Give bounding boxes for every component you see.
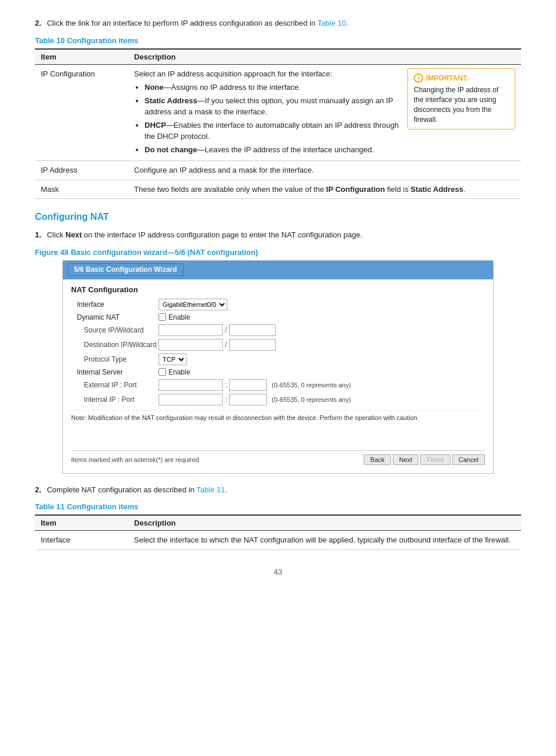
- form-row-source-ip: Source IP/Wildcard /: [71, 324, 485, 336]
- form-row-interface: Interface GigabitEthernet0/0: [71, 299, 485, 310]
- step1-nat-intro: 1. Click Next on the interface IP addres…: [35, 229, 521, 241]
- interface-select[interactable]: GigabitEthernet0/0: [159, 299, 227, 310]
- item-interface: Interface: [35, 531, 128, 550]
- source-ip-control: /: [159, 324, 276, 336]
- ext-hint: (0-65535, 0 represents any): [272, 382, 351, 388]
- dest-slash: /: [225, 341, 227, 349]
- wizard-container: 5/6 Basic Configuration Wizard NAT Confi…: [62, 260, 494, 474]
- protocol-label: Protocol Type: [71, 355, 159, 363]
- list-item: Do not change—Leaves the IP address of t…: [145, 144, 515, 156]
- col-desc-header: Description: [128, 515, 521, 531]
- table11-title: Table 11 Configuration items: [35, 502, 521, 511]
- col-item-header: Item: [35, 49, 128, 65]
- protocol-select[interactable]: TCP: [159, 354, 186, 365]
- form-row-dest-ip: Destination IP/Wildcard /: [71, 339, 485, 351]
- step2-nat-number: 2.: [35, 485, 41, 494]
- step2-number: 2.: [35, 19, 41, 27]
- wizard-tab: 5/6 Basic Configuration Wizard: [68, 263, 184, 276]
- wizard-footer-note: Items marked with an asterisk(*) are req…: [71, 456, 199, 463]
- important-icon: !: [414, 74, 423, 83]
- dest-wildcard-input[interactable]: [229, 339, 276, 351]
- source-wildcard-input[interactable]: [229, 324, 276, 336]
- col-desc-header: Description: [128, 49, 521, 65]
- ext-ip-port-control: : (0-65535, 0 represents any): [159, 379, 351, 391]
- int-ip-input[interactable]: [159, 394, 223, 405]
- dynamic-nat-control: Enable: [159, 313, 190, 321]
- form-row-int-port: Internal IP : Port : (0-65535, 0 represe…: [71, 394, 485, 405]
- figure48-title: Figure 48 Basic configuration wizard—5/6…: [35, 248, 521, 257]
- important-box: ! IMPORTANT: Changing the IP address of …: [407, 68, 515, 130]
- configuring-nat-heading: Configuring NAT: [35, 212, 521, 222]
- wizard-section-title: NAT Configuration: [71, 285, 485, 294]
- step1-nat-number: 1.: [35, 230, 41, 239]
- item-ip-address: IP Address: [35, 161, 128, 180]
- col-item-header: Item: [35, 515, 128, 531]
- internal-server-label: Internal Server: [71, 368, 159, 376]
- ext-ip-port-label: External IP : Port: [71, 381, 159, 389]
- dest-ip-control: /: [159, 339, 276, 351]
- ext-port-input[interactable]: [229, 379, 267, 391]
- table11-link[interactable]: Table 11: [196, 485, 225, 494]
- wizard-footer: Items marked with an asterisk(*) are req…: [71, 450, 485, 465]
- important-text: Changing the IP address of the interface…: [414, 86, 498, 123]
- desc-interface: Select the interface to which the NAT co…: [128, 531, 521, 550]
- finish-button[interactable]: Finish: [420, 454, 450, 465]
- table-row: Interface Select the interface to which …: [35, 531, 521, 550]
- dynamic-nat-checkbox-label[interactable]: Enable: [159, 313, 190, 321]
- step2-nat-text: Complete NAT configuration as described …: [47, 485, 196, 494]
- internal-server-checkbox[interactable]: [159, 368, 166, 376]
- desc-ip-address: Configure an IP address and a mask for t…: [128, 161, 521, 180]
- step2-nat-intro: 2. Complete NAT configuration as describ…: [35, 484, 521, 496]
- table10-title: Table 10 Configuration items: [35, 36, 521, 45]
- interface-label: Interface: [71, 300, 159, 309]
- int-port-input[interactable]: [229, 394, 267, 405]
- int-colon: :: [225, 396, 227, 404]
- wizard-spacer: [71, 427, 485, 450]
- ext-ip-input[interactable]: [159, 379, 223, 391]
- desc-ip-config: ! IMPORTANT: Changing the IP address of …: [128, 64, 521, 161]
- source-ip-label: Source IP/Wildcard: [71, 326, 159, 334]
- step1-nat-text2: on the interface IP address configuratio…: [82, 230, 362, 239]
- form-row-ext-port: External IP : Port : (0-65535, 0 represe…: [71, 379, 485, 391]
- form-row-internal-server: Internal Server Enable: [71, 368, 485, 376]
- desc-mask: These two fields are available only when…: [128, 180, 521, 199]
- interface-control: GigabitEthernet0/0: [159, 299, 227, 310]
- source-ip-input[interactable]: [159, 324, 223, 336]
- internal-server-control: Enable: [159, 368, 190, 376]
- table-row: IP Address Configure an IP address and a…: [35, 161, 521, 180]
- item-ip-config: IP Configuration: [35, 64, 128, 161]
- ext-colon: :: [225, 381, 227, 389]
- dest-ip-label: Destination IP/Wildcard: [71, 341, 159, 349]
- wizard-btn-group: Back Next Finish Cancel: [364, 454, 485, 465]
- dynamic-nat-checkbox[interactable]: [159, 313, 166, 321]
- table-row: Mask These two fields are available only…: [35, 180, 521, 199]
- wizard-body: NAT Configuration Interface GigabitEther…: [63, 278, 493, 473]
- int-ip-port-control: : (0-65535, 0 represents any): [159, 394, 351, 405]
- dynamic-nat-enable-label: Enable: [168, 313, 190, 321]
- table10-link[interactable]: Table 10: [318, 19, 346, 27]
- table-row: IP Configuration ! IMPORTANT: Changing t…: [35, 64, 521, 161]
- wizard-note: Note: Modification of the NAT configurat…: [71, 410, 485, 421]
- internal-server-enable-label: Enable: [168, 368, 190, 376]
- step1-nat-bold: Next: [65, 230, 82, 239]
- step2-intro: 2. Click the link for an interface to pe…: [35, 18, 521, 29]
- step2-text: Click the link for an interface to perfo…: [47, 19, 317, 27]
- int-hint: (0-65535, 0 represents any): [272, 396, 351, 403]
- cancel-button[interactable]: Cancel: [452, 454, 485, 465]
- internal-server-checkbox-label[interactable]: Enable: [159, 368, 190, 376]
- source-slash: /: [225, 326, 227, 334]
- table10: Item Description IP Configuration ! IMPO…: [35, 48, 521, 200]
- next-button[interactable]: Next: [393, 454, 419, 465]
- item-mask: Mask: [35, 180, 128, 199]
- wizard-tab-bar: 5/6 Basic Configuration Wizard: [63, 261, 493, 278]
- important-header: ! IMPORTANT:: [414, 74, 509, 83]
- form-row-protocol: Protocol Type TCP: [71, 354, 485, 365]
- step1-nat-text: Click: [47, 230, 65, 239]
- protocol-control: TCP: [159, 354, 186, 365]
- int-ip-port-label: Internal IP : Port: [71, 396, 159, 404]
- table11: Item Description Interface Select the in…: [35, 514, 521, 550]
- dest-ip-input[interactable]: [159, 339, 223, 351]
- dynamic-nat-label: Dynamic NAT: [71, 313, 159, 321]
- form-row-dynamic-nat: Dynamic NAT Enable: [71, 313, 485, 321]
- back-button[interactable]: Back: [364, 454, 390, 465]
